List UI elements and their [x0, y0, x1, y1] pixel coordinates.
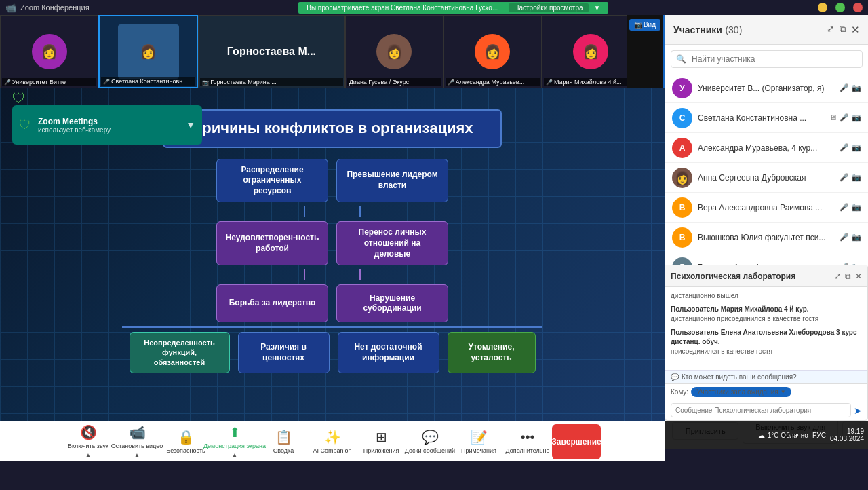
view-button[interactable]: 📷 Вид: [629, 19, 660, 31]
title-bar-left: 📹 Zoom Конференция: [5, 3, 90, 13]
box-uncertainty: Неопределенность функций, обязанностей: [130, 332, 230, 373]
cam-icon-p5: 📷: [852, 203, 861, 212]
mic-muted-icon-1: 🎤: [840, 83, 849, 92]
thumb-1[interactable]: 👩 🎤 Университет Витте: [0, 15, 98, 88]
more-icon: •••: [520, 430, 534, 445]
view-settings-label[interactable]: Настройки просмотра: [509, 3, 588, 12]
apps-button[interactable]: ⊞ Приложения: [357, 424, 406, 459]
participant-item-4[interactable]: 👩 Анна Сергеевна Дубровская 🎤 📷: [665, 163, 868, 193]
view-settings-chevron[interactable]: ▼: [594, 4, 601, 12]
main-toolbar: 🔇 Включить звук ▲ 📹 Остановить видео ▲ 🔒…: [0, 421, 665, 461]
participant-count: (30): [725, 24, 742, 35]
end-label: Завершение: [551, 437, 601, 447]
box-dissatisfaction: Неудовлетворен-ность работой: [216, 221, 328, 265]
apps-icon: ⊞: [376, 429, 387, 445]
thumb-6[interactable]: 👩 🎤 Мария Михайлова 4 й...: [542, 15, 640, 88]
participant-icons-6: 🎤 📷: [840, 233, 861, 242]
avatar-p2: С: [672, 108, 692, 128]
more-button[interactable]: ••• Дополнительно: [503, 424, 552, 459]
screen-share-notice[interactable]: Вы просматриваете экран Светлана Констан…: [298, 2, 608, 14]
mic-chevron[interactable]: ▲: [83, 451, 93, 459]
participant-name-2: Светлана Константиновна ...: [698, 113, 824, 123]
thumb-name-2: 🎤 Светлана Константиновн...: [101, 77, 195, 86]
security-button[interactable]: 🔒 Безопасность: [161, 424, 210, 459]
mic-active-icon-2: 🎤: [840, 113, 849, 122]
share-button[interactable]: ⬆ Демонстрация экрана ▲: [210, 424, 259, 459]
thumb-3[interactable]: Горностаева М... 📷 Горностаева Марина ..…: [198, 15, 345, 88]
chat-msg-text-2: дистанционно присоединился в качестве го…: [671, 315, 818, 322]
chat-sender-2: Пользователь Мария Михайлова 4 й кур.: [671, 305, 862, 314]
box-fatigue: Утомление, усталость: [448, 332, 536, 373]
video-button[interactable]: 📹 Остановить видео ▲: [113, 424, 161, 459]
apps-label: Приложения: [363, 447, 399, 454]
chat-send-icon[interactable]: ➤: [854, 405, 862, 416]
weather-icon: ☁: [758, 432, 765, 439]
notes-button[interactable]: 📝 Примечания: [454, 424, 503, 459]
security-label: Безопасность: [166, 447, 205, 454]
participant-name-4: Анна Сергеевна Дубровская: [698, 173, 834, 183]
participant-name-5: Вера Александровна Раимова ...: [698, 203, 834, 212]
h-connector: [20, 326, 644, 328]
sidebar-title: Участники: [673, 24, 722, 35]
minimize-button[interactable]: [818, 3, 827, 12]
summary-button[interactable]: 📋 Сводка: [259, 424, 308, 459]
chat-expand-icon[interactable]: ⤢: [834, 271, 841, 281]
chat-message-1: дистанционно вышел: [671, 291, 862, 301]
avatar-p5: В: [672, 197, 692, 218]
thumb-2[interactable]: 👩 🎤 Светлана Константиновн...: [98, 15, 198, 88]
summary-label: Сводка: [273, 447, 294, 454]
chat-input-area: ➤: [665, 400, 867, 420]
participant-item-5[interactable]: В Вера Александровна Раимова ... 🎤 📷: [665, 193, 868, 223]
participant-item-1[interactable]: У Университет В... (Организатор, я) 🎤 📷: [665, 73, 868, 103]
zoom-notification-sub: использует веб-камеру: [38, 126, 179, 134]
participant-item-3[interactable]: А Александра Муравьева, 4 кур... 🎤 📷: [665, 133, 868, 163]
chat-close-icon[interactable]: ✕: [855, 271, 862, 281]
chat-question-text: Кто может видеть ваши сообщения?: [682, 373, 797, 381]
mic-muted-icon-5: 🎤: [840, 203, 849, 212]
mic-icon-5: 🎤: [448, 79, 454, 86]
share-chevron[interactable]: ▲: [230, 451, 239, 459]
chat-input[interactable]: [671, 403, 851, 417]
slide-title-box: Причины конфликтов в организациях: [163, 109, 501, 148]
notes-icon: 📝: [471, 429, 488, 445]
summary-icon: 📋: [275, 429, 292, 445]
mic-muted-icon-4: 🎤: [840, 173, 849, 182]
participant-item-2[interactable]: С Светлана Константиновна ... 🖥 🎤 📷: [665, 103, 868, 133]
participant-item-6[interactable]: В Выюшкова Юлия факультет пси... 🎤 📷: [665, 223, 868, 252]
board-button[interactable]: 💬 Доски сообщений: [406, 424, 454, 459]
chat-popout-icon[interactable]: ⧉: [845, 271, 851, 281]
chat-question-area: 💬 Кто может видеть ваши сообщения?: [665, 370, 867, 383]
maximize-button[interactable]: [835, 3, 845, 12]
video-chevron[interactable]: ▲: [132, 451, 142, 459]
zoom-notification-chevron[interactable]: ▼: [186, 119, 195, 130]
zoom-notification-title: Zoom Meetings: [38, 117, 179, 126]
mic-icon-1: 🎤: [4, 79, 11, 86]
taskbar-lang: РУС: [812, 432, 826, 439]
end-call-button[interactable]: Завершение: [552, 424, 601, 459]
ai-icon: ✨: [324, 429, 341, 445]
close-button[interactable]: [853, 3, 863, 12]
box-no-info: Нет достаточной информации: [338, 332, 439, 373]
box-insubordination: Нарушение субординации: [336, 284, 448, 322]
app-title: Zoom Конференция: [20, 3, 90, 12]
participant-name-6: Выюшкова Юлия факультет пси...: [698, 233, 834, 242]
sidebar-expand-icon[interactable]: ⤢: [827, 24, 834, 36]
video-label: Остановить видео: [111, 442, 163, 449]
chat-to-area: Кому: Участники зала ожидания ▼: [665, 383, 867, 400]
chat-messages: дистанционно вышел Пользователь Мария Ми…: [665, 287, 867, 370]
thumb-4[interactable]: 👩 Диана Гусева / Экурс: [345, 15, 443, 88]
thumb-name-3: 📷 Горностаева Марина ...: [200, 78, 343, 86]
sidebar-popout-icon[interactable]: ⧉: [840, 24, 846, 36]
mic-button[interactable]: 🔇 Включить звук ▲: [64, 424, 113, 459]
participant-name-3: Александра Муравьева, 4 кур...: [698, 143, 834, 153]
sidebar-close-icon[interactable]: ✕: [851, 24, 860, 36]
thumb-5[interactable]: 👩 🎤 Александра Муравьев...: [443, 15, 542, 88]
weather-text: 1°С Облачно: [768, 432, 808, 439]
chat-sender-3: Пользователь Елена Анатольевна Хлебородо…: [671, 328, 862, 347]
notes-label: Примечания: [461, 447, 496, 454]
chat-to-dropdown[interactable]: Участники зала ожидания ▼: [691, 387, 791, 397]
ai-companion-button[interactable]: ✨ AI Companion: [308, 424, 357, 459]
thumb-3-name: Горностаева М...: [227, 45, 316, 58]
search-participant-input[interactable]: [671, 50, 863, 68]
chat-header: Психологическая лаборатория ⤢ ⧉ ✕: [665, 265, 867, 287]
